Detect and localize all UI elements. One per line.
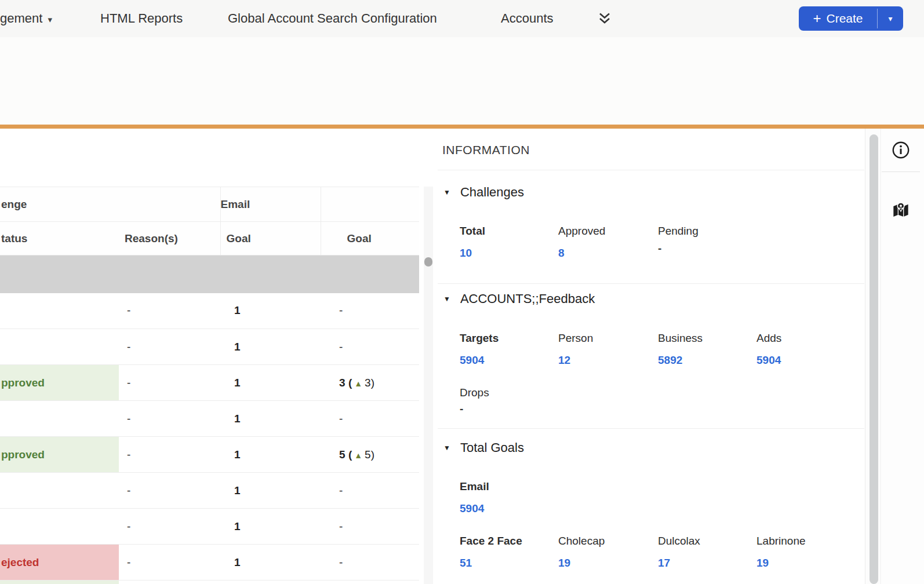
stat-value-targets[interactable]: 5904: [460, 354, 484, 367]
stat-value-cholecap[interactable]: 19: [558, 557, 570, 570]
table-scrollbar-track[interactable]: [424, 187, 433, 584]
column-header-goal-other: Goal: [321, 222, 419, 256]
stat-label-email: Email: [460, 480, 489, 493]
stat-label-person: Person: [558, 332, 593, 345]
nav-item-management[interactable]: gement▾: [0, 0, 52, 37]
cell-goal-other: [321, 581, 419, 584]
plus-icon: +: [813, 12, 821, 25]
section-header-accounts-feedback[interactable]: ▼ ACCOUNTS;;Feedback: [443, 291, 595, 306]
cell-reasons: -: [119, 401, 220, 437]
table-row[interactable]: - 1 -: [0, 401, 419, 437]
nav-item-html-reports[interactable]: HTML Reports: [100, 0, 183, 37]
cell-goal-other: -: [321, 545, 419, 581]
cell-status: [0, 401, 119, 437]
table-row[interactable]: - 1 -: [0, 329, 419, 365]
section-title: Challenges: [460, 185, 524, 200]
information-tab-button[interactable]: [882, 129, 920, 172]
cell-goal-email: 1: [220, 293, 321, 329]
cell-goal-other: 5 (▲5): [321, 437, 419, 473]
group-header-email: Email: [220, 187, 321, 222]
group-header-challenge: enge: [0, 187, 220, 222]
nav-item-html-reports-label: HTML Reports: [100, 11, 183, 25]
cell-goal-other: -: [321, 401, 419, 437]
cell-goal-email: 1: [220, 437, 321, 473]
create-button[interactable]: + Create: [799, 6, 877, 31]
table-row[interactable]: - 1 -: [0, 509, 419, 545]
section-header-total-goals[interactable]: ▼ Total Goals: [443, 440, 524, 455]
goal-value: 3: [339, 377, 345, 389]
table-row-approved[interactable]: pproved - 1 3 (▲3): [0, 365, 419, 401]
cell-goal-email: 1: [220, 473, 321, 509]
cell-reasons: -: [119, 545, 220, 581]
panel-scrollbar-thumb[interactable]: [870, 134, 878, 584]
section-title: Total Goals: [460, 440, 524, 455]
cell-status: [0, 329, 119, 365]
map-with-pin-icon: [892, 200, 910, 219]
table-row-partial[interactable]: [0, 581, 419, 584]
table-scrollbar-thumb[interactable]: [424, 257, 432, 267]
panel-divider: [438, 170, 864, 170]
table-row[interactable]: - 1 -: [0, 293, 419, 329]
cell-goal-email: 1: [220, 329, 321, 365]
nav-item-management-label: gement: [0, 11, 42, 25]
section-title: ACCOUNTS;;Feedback: [460, 291, 595, 306]
stat-label-dulcolax: Dulcolax: [658, 535, 700, 548]
create-button-label: Create: [826, 12, 863, 25]
group-row-band: [0, 256, 419, 293]
collapse-triangle-icon: ▼: [443, 444, 450, 452]
stat-value-dulcolax[interactable]: 17: [658, 557, 670, 570]
panel-divider: [438, 428, 864, 429]
cell-goal-other: -: [321, 473, 419, 509]
cell-status-approved: pproved: [0, 365, 119, 401]
table-row[interactable]: - 1 -: [0, 473, 419, 509]
table-row-approved[interactable]: pproved - 1 5 (▲5): [0, 437, 419, 473]
create-dropdown-button[interactable]: ▾: [878, 6, 903, 31]
chevron-down-icon: ▾: [48, 14, 52, 24]
stat-value-pending: -: [658, 242, 661, 255]
nav-item-global-account-search-config-label: Global Account Search Configuration: [228, 11, 437, 25]
collapse-triangle-icon: ▼: [443, 295, 450, 303]
stat-value-email[interactable]: 5904: [460, 502, 484, 515]
information-panel-title: INFORMATION: [442, 143, 530, 157]
delta-up-icon: ▲: [352, 379, 365, 388]
cell-status: [0, 293, 119, 329]
stat-label-total: Total: [460, 225, 485, 238]
nav-item-accounts-label: Accounts: [501, 11, 554, 25]
cell-goal-email: [220, 581, 321, 584]
map-tab-button[interactable]: [882, 189, 920, 231]
table-group-header-row: enge Email: [0, 187, 419, 222]
cell-status-rejected: ejected: [0, 545, 119, 581]
cell-status-approved: pproved: [0, 437, 119, 473]
cell-reasons: -: [119, 329, 220, 365]
chevron-down-icon: ▾: [888, 14, 892, 23]
nav-overflow-button[interactable]: [597, 12, 612, 27]
stat-value-adds[interactable]: 5904: [756, 354, 781, 367]
stat-value-labrinone[interactable]: 19: [756, 557, 769, 570]
cell-goal-other: -: [321, 509, 419, 545]
top-navbar: gement▾ HTML Reports Global Account Sear…: [0, 0, 924, 37]
stat-label-targets: Targets: [460, 332, 499, 345]
cell-goal-email: 1: [220, 545, 321, 581]
stat-value-face2face[interactable]: 51: [460, 557, 472, 570]
cell-status-approved: [0, 581, 119, 584]
stat-value-person[interactable]: 12: [558, 354, 570, 367]
section-header-challenges[interactable]: ▼ Challenges: [443, 185, 524, 200]
cell-reasons: -: [119, 473, 220, 509]
nav-item-global-account-search-config[interactable]: Global Account Search Configuration: [228, 0, 437, 37]
cell-status: [0, 473, 119, 509]
stat-value-drops: -: [460, 403, 463, 415]
stat-value-business[interactable]: 5892: [658, 354, 682, 367]
table-row-rejected[interactable]: ejected - 1 -: [0, 545, 419, 581]
goal-delta-close: ): [371, 448, 374, 461]
stat-value-total[interactable]: 10: [460, 247, 472, 260]
table-group-row[interactable]: [0, 256, 419, 293]
cell-reasons: -: [119, 437, 220, 473]
stat-value-approved[interactable]: 8: [558, 247, 565, 260]
information-panel: INFORMATION ▼ Challenges Total 10 Approv…: [438, 129, 865, 584]
cell-goal-email: 1: [220, 401, 321, 437]
cell-status: [0, 509, 119, 545]
double-chevron-down-icon: [597, 12, 612, 25]
stat-label-drops: Drops: [460, 386, 489, 399]
nav-item-accounts[interactable]: Accounts: [501, 0, 554, 37]
stat-label-business: Business: [658, 332, 703, 345]
